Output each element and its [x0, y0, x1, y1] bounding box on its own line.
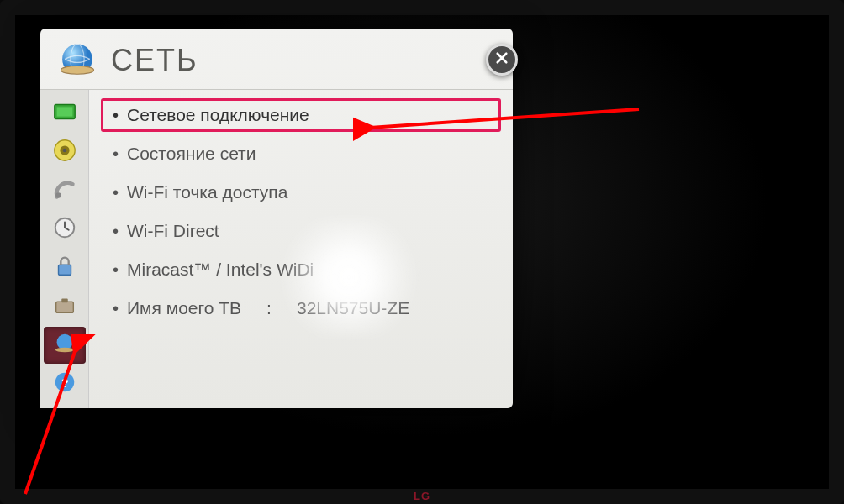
menu-item-label: Состояние сети	[127, 144, 256, 164]
time-icon	[52, 215, 77, 244]
network-icon	[52, 331, 77, 360]
bullet-icon: •	[113, 106, 119, 125]
svg-rect-11	[56, 302, 74, 312]
sidebar-item-network[interactable]	[44, 327, 86, 364]
menu-item-label: Сетевое подключение	[127, 105, 309, 125]
menu-item-tv-name[interactable]: • Имя моего ТВ : 32LN575U-ZE	[101, 291, 501, 325]
bullet-icon: •	[113, 260, 119, 280]
svg-rect-12	[61, 299, 68, 303]
menu-item-label: Wi-Fi точка доступа	[127, 182, 287, 202]
sidebar-item-option[interactable]	[44, 288, 86, 325]
menu-item-label: Wi-Fi Direct	[127, 221, 219, 241]
sidebar-item-sound[interactable]	[44, 134, 86, 171]
menu-item-network-status[interactable]: • Состояние сети	[101, 137, 501, 171]
menu-item-separator: :	[266, 298, 272, 318]
sidebar-item-time[interactable]	[44, 211, 86, 248]
menu-item-wifi-access-point[interactable]: • Wi-Fi точка доступа	[101, 176, 501, 209]
bullet-icon: •	[113, 183, 119, 202]
settings-panel: СЕТЬ	[40, 29, 513, 408]
svg-text:?: ?	[61, 375, 68, 390]
panel-title: СЕТЬ	[111, 43, 198, 78]
support-icon: ?	[52, 370, 77, 398]
svg-rect-10	[59, 265, 71, 275]
bullet-icon: •	[113, 299, 119, 318]
bullet-icon: •	[113, 144, 119, 164]
settings-sidebar: ?	[40, 90, 89, 408]
close-icon	[494, 50, 509, 69]
sound-icon	[52, 138, 77, 166]
svg-rect-4	[57, 107, 73, 116]
menu-list: • Сетевое подключение • Состояние сети •…	[89, 90, 513, 408]
close-button[interactable]	[486, 44, 518, 76]
network-globe-icon	[55, 39, 99, 82]
menu-item-miracast[interactable]: • Miracast™ / Intel's WiDi	[101, 253, 501, 286]
option-icon	[52, 292, 77, 321]
brand-logo: LG	[414, 490, 430, 502]
menu-item-wifi-direct[interactable]: • Wi-Fi Direct	[101, 214, 501, 248]
svg-point-8	[55, 192, 61, 198]
menu-item-network-connection[interactable]: • Сетевое подключение	[101, 98, 501, 132]
sidebar-item-picture[interactable]	[44, 95, 86, 132]
channel-icon	[52, 176, 77, 205]
svg-point-7	[63, 149, 67, 153]
bullet-icon: •	[113, 222, 119, 241]
sidebar-item-support[interactable]: ?	[44, 365, 86, 402]
picture-icon	[52, 99, 77, 128]
menu-item-label: Miracast™ / Intel's WiDi	[127, 260, 314, 280]
panel-header: СЕТЬ	[40, 29, 513, 90]
sidebar-item-channel[interactable]	[44, 172, 86, 209]
svg-point-14	[55, 348, 75, 353]
lock-icon	[52, 254, 77, 282]
svg-point-2	[61, 66, 94, 75]
menu-item-label: Имя моего ТВ	[127, 298, 241, 318]
sidebar-item-lock[interactable]	[44, 249, 86, 286]
menu-item-value: 32LN575U-ZE	[297, 298, 409, 318]
